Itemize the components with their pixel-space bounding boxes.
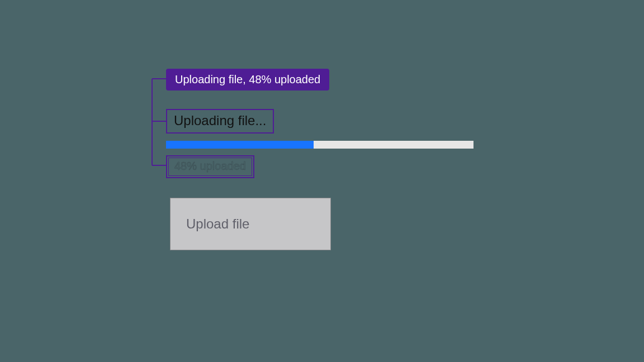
live-region-announcement: Uploading file, 48% uploaded — [166, 69, 329, 90]
annotation-connector — [146, 79, 169, 174]
upload-progress-bar — [166, 141, 473, 149]
upload-file-button[interactable]: Upload file — [170, 198, 331, 250]
upload-progress-fill — [166, 141, 314, 149]
upload-percent-label: 48% uploaded — [166, 155, 254, 178]
upload-percent-label-text: 48% uploaded — [168, 158, 252, 176]
upload-status-label: Uploading file... — [166, 109, 274, 134]
